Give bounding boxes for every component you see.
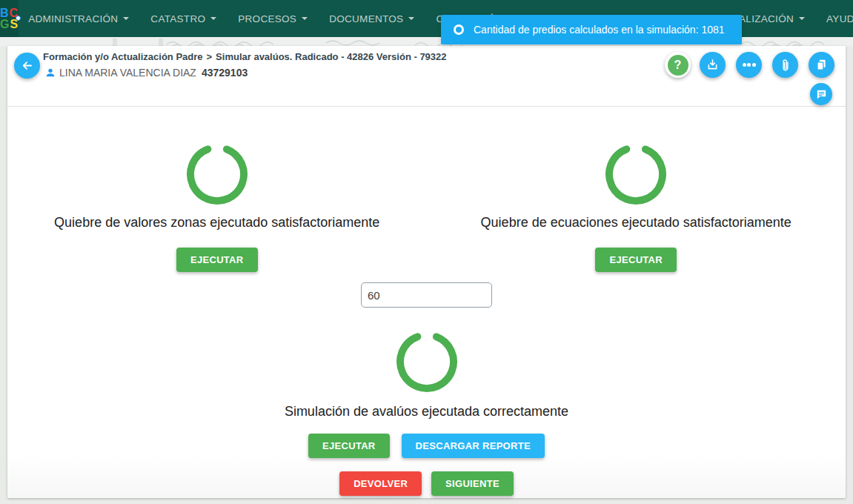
- chevron-down-icon: [408, 17, 414, 20]
- nav-item-administracion[interactable]: ADMINISTRACIÓN: [28, 13, 129, 24]
- logo-pin-icon: [16, 16, 21, 21]
- zones-status-text: Quiebre de valores zonas ejecutado satis…: [54, 213, 379, 231]
- ellipsis-icon: [743, 63, 746, 67]
- breadcrumb-separator: >: [207, 51, 213, 62]
- content-card: Formación y/o Actualización Padre>Simula…: [7, 46, 846, 498]
- percentage-input[interactable]: [361, 282, 492, 308]
- copy-button[interactable]: [809, 52, 834, 78]
- zones-execute-button[interactable]: EJECUTAR: [176, 248, 258, 272]
- simulation-section: Simulación de avalúos ejecutada correcta…: [7, 328, 846, 496]
- chevron-down-icon: [799, 17, 805, 20]
- nav-item-procesos[interactable]: PROCESOS: [238, 13, 308, 24]
- logo-letter: G: [0, 18, 10, 30]
- simulation-panel: Quiebre de valores zonas ejecutado satis…: [7, 107, 846, 496]
- simulation-execute-button[interactable]: EJECUTAR: [308, 434, 390, 458]
- chevron-down-icon: [210, 17, 216, 20]
- progress-ring-icon: [184, 141, 250, 208]
- chat-list-icon: [815, 88, 828, 101]
- download-report-button[interactable]: DESCARGAR REPORTE: [402, 434, 545, 458]
- page-header: Formación y/o Actualización Padre>Simula…: [7, 46, 846, 107]
- toast-message: Cantidad de predios calculados en la sim…: [474, 24, 725, 36]
- download-button[interactable]: [700, 52, 726, 78]
- comments-button[interactable]: [810, 83, 832, 105]
- equations-status-text: Quiebre de ecuaciones ejecutado satisfac…: [481, 213, 791, 231]
- user-name: LINA MARIA VALENCIA DIAZ: [59, 67, 196, 79]
- zones-section: Quiebre de valores zonas ejecutado satis…: [7, 141, 427, 272]
- back-button[interactable]: [14, 53, 40, 79]
- bcgs-logo[interactable]: BC GS: [0, 0, 19, 37]
- chevron-down-icon: [123, 17, 129, 20]
- breadcrumb: Formación y/o Actualización Padre>Simula…: [43, 51, 447, 62]
- nav-item-documentos[interactable]: DOCUMENTOS: [329, 13, 414, 24]
- paperclip-icon: [778, 58, 793, 73]
- simulation-status-text: Simulación de avalúos ejecutada correcta…: [285, 402, 568, 420]
- toast-notification[interactable]: Cantidad de predios calculados en la sim…: [441, 15, 742, 44]
- next-button[interactable]: SIGUIENTE: [431, 471, 514, 496]
- nav-item-catastro[interactable]: CATASTRO: [150, 13, 216, 24]
- attachment-button[interactable]: [772, 52, 798, 78]
- copy-pages-icon: [814, 58, 829, 72]
- nav-item-ayuda[interactable]: AYUDA: [826, 13, 853, 24]
- more-options-button[interactable]: [736, 52, 762, 78]
- download-icon: [706, 58, 720, 72]
- equations-execute-button[interactable]: EJECUTAR: [595, 248, 677, 272]
- breadcrumb-current: Simular avalúos. Radicado - 42826 Versió…: [216, 51, 446, 62]
- arrow-left-icon: [20, 59, 34, 73]
- breadcrumb-parent[interactable]: Formación y/o Actualización Padre: [43, 51, 203, 62]
- return-button[interactable]: DEVOLVER: [339, 471, 422, 496]
- equations-section: Quiebre de ecuaciones ejecutado satisfac…: [427, 141, 846, 272]
- progress-ring-icon: [603, 141, 669, 208]
- progress-ring-icon: [394, 328, 460, 395]
- ellipsis-icon: [752, 63, 756, 67]
- user-info: LINA MARIA VALENCIA DIAZ 43729103: [44, 67, 248, 79]
- help-icon: ?: [668, 55, 688, 76]
- user-id: 43729103: [202, 67, 248, 79]
- chevron-down-icon: [302, 17, 308, 20]
- spinner-ring-icon: [454, 24, 464, 35]
- help-button[interactable]: ?: [665, 52, 691, 78]
- person-icon: [44, 67, 56, 79]
- ellipsis-icon: [747, 63, 751, 67]
